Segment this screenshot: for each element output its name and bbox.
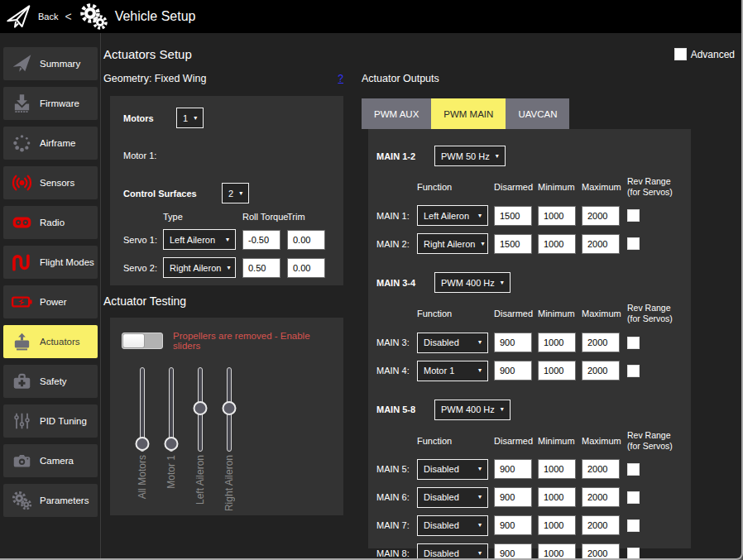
battery-icon	[9, 290, 34, 314]
output-channel-label: MAIN 6:	[376, 492, 411, 502]
rev-range-checkbox[interactable]	[627, 337, 640, 349]
sidebar-item-airframe[interactable]: Airframe	[3, 127, 98, 160]
column-header-minimum: Minimum	[538, 436, 576, 446]
rev-range-checkbox[interactable]	[627, 365, 640, 377]
sidebar-item-flight-modes[interactable]: Flight Modes	[3, 246, 98, 279]
rev-range-checkbox[interactable]	[627, 209, 640, 222]
disarmed-input[interactable]	[494, 333, 532, 352]
slider-handle[interactable]	[165, 437, 179, 451]
disarmed-input[interactable]	[494, 206, 532, 226]
minimum-input[interactable]	[538, 234, 576, 254]
tab-pwm-aux[interactable]: PWM AUX	[362, 98, 431, 129]
function-dropdown[interactable]: Disabled ▾	[417, 515, 488, 536]
disarmed-input[interactable]	[494, 543, 532, 560]
chevron-down-icon: ▾	[501, 280, 504, 286]
actuator-slider-left-aileron: Left Aileron	[189, 367, 211, 511]
motors-row: Motors 1 ▾	[123, 108, 333, 128]
output-group-header: MAIN 1-2 PWM 50 Hz ▾	[376, 146, 683, 166]
output-group-main-5-8: MAIN 5-8 PWM 400 Hz ▾ Function Disarmed …	[376, 400, 683, 560]
column-header-disarmed: Disarmed	[494, 436, 532, 446]
function-dropdown[interactable]: Disabled ▾	[417, 333, 488, 353]
trim-input[interactable]	[287, 258, 325, 278]
rev-range-checkbox[interactable]	[627, 237, 640, 250]
sidebar-item-camera[interactable]: Camera	[3, 444, 98, 477]
sidebar-item-firmware[interactable]: Firmware	[3, 87, 98, 120]
maximum-input[interactable]	[582, 333, 620, 352]
advanced-checkbox[interactable]	[674, 48, 687, 60]
column-header-maximum: Maximum	[582, 309, 621, 318]
minimum-input[interactable]	[538, 543, 576, 560]
actuator-testing-title: Actuator Testing	[103, 294, 186, 308]
minimum-input[interactable]	[538, 333, 576, 352]
function-dropdown[interactable]: Disabled ▾	[417, 487, 488, 508]
trim-input[interactable]	[287, 230, 325, 250]
control-surfaces-count-dropdown[interactable]: 2 ▾	[222, 183, 249, 203]
function-dropdown[interactable]: Right Aileron ▾	[417, 233, 488, 254]
sidebar-item-pid-tuning[interactable]: PID Tuning	[3, 404, 98, 438]
disarmed-input[interactable]	[494, 459, 532, 479]
window-title: Vehicle Setup	[115, 9, 196, 24]
back-button[interactable]: Back	[38, 12, 58, 22]
slider-handle[interactable]	[223, 401, 237, 415]
pwm-rate-dropdown[interactable]: PWM 50 Hz ▾	[434, 146, 506, 166]
sidebar-item-power[interactable]: Power	[3, 285, 98, 318]
slider-track[interactable]	[169, 367, 174, 452]
motors-count-value: 1	[183, 113, 188, 123]
rev-range-checkbox[interactable]	[627, 491, 640, 504]
slider-track[interactable]	[198, 367, 203, 452]
slider-track[interactable]	[227, 367, 232, 452]
enable-sliders-toggle[interactable]	[122, 333, 163, 349]
disarmed-input[interactable]	[494, 361, 532, 381]
maximum-input[interactable]	[582, 487, 620, 507]
geometry-help-link[interactable]: ?	[338, 73, 343, 84]
topbar: Back < Vehicle Setup	[0, 0, 741, 33]
slider-handle[interactable]	[136, 437, 150, 451]
servo-type-dropdown[interactable]: Right Aileron ▾	[163, 257, 236, 278]
column-header-rev-range: Rev Range (for Servos)	[627, 176, 662, 198]
flight-modes-wave-icon	[9, 251, 34, 274]
motors-count-dropdown[interactable]: 1 ▾	[176, 108, 204, 128]
sidebar-item-summary[interactable]: Summary	[3, 47, 98, 80]
chevron-down-icon: ▾	[481, 241, 484, 247]
maximum-input[interactable]	[582, 206, 620, 226]
maximum-input[interactable]	[582, 459, 620, 479]
minimum-input[interactable]	[538, 361, 576, 381]
slider-handle[interactable]	[194, 401, 208, 415]
disarmed-input[interactable]	[494, 487, 532, 507]
tab-pwm-main[interactable]: PWM MAIN	[431, 98, 506, 129]
tab-uavcan[interactable]: UAVCAN	[506, 98, 569, 129]
pwm-rate-dropdown[interactable]: PWM 400 Hz ▾	[434, 400, 511, 420]
rev-range-checkbox[interactable]	[627, 463, 640, 476]
maximum-input[interactable]	[582, 234, 620, 254]
minimum-input[interactable]	[538, 515, 576, 535]
rev-range-checkbox[interactable]	[627, 519, 640, 532]
sidebar-item-actuators[interactable]: Actuators	[3, 325, 98, 358]
roll-torque-input[interactable]	[242, 258, 280, 278]
function-dropdown[interactable]: Disabled ▾	[417, 543, 488, 560]
sidebar-item-sensors[interactable]: Sensors	[3, 166, 98, 199]
slider-track[interactable]	[140, 367, 145, 452]
rev-range-checkbox[interactable]	[627, 548, 640, 560]
maximum-input[interactable]	[582, 543, 620, 560]
maximum-input[interactable]	[582, 515, 620, 535]
roll-torque-input[interactable]	[242, 230, 280, 250]
disarmed-input[interactable]	[494, 234, 532, 254]
column-header-roll-torque: Roll Torque	[242, 212, 280, 222]
maximum-input[interactable]	[582, 361, 620, 381]
sidebar-item-radio[interactable]: Radio	[3, 206, 98, 239]
pwm-rate-dropdown[interactable]: PWM 400 Hz ▾	[434, 272, 511, 293]
toggle-knob	[122, 333, 145, 348]
servo-type-dropdown[interactable]: Left Aileron ▾	[163, 229, 236, 250]
sidebar-item-safety[interactable]: Safety	[3, 365, 98, 398]
geometry-header: Geometry: Fixed Wing ?	[103, 73, 343, 84]
minimum-input[interactable]	[538, 459, 576, 479]
disarmed-input[interactable]	[494, 515, 532, 535]
function-dropdown[interactable]: Left Aileron ▾	[417, 205, 488, 226]
app-logo-paper-plane-icon[interactable]	[5, 3, 31, 30]
column-header-function: Function	[417, 436, 488, 446]
sidebar-item-parameters[interactable]: Parameters	[3, 484, 98, 517]
function-dropdown[interactable]: Motor 1 ▾	[417, 361, 488, 381]
minimum-input[interactable]	[538, 487, 576, 507]
function-dropdown[interactable]: Disabled ▾	[417, 459, 488, 480]
minimum-input[interactable]	[538, 206, 576, 226]
